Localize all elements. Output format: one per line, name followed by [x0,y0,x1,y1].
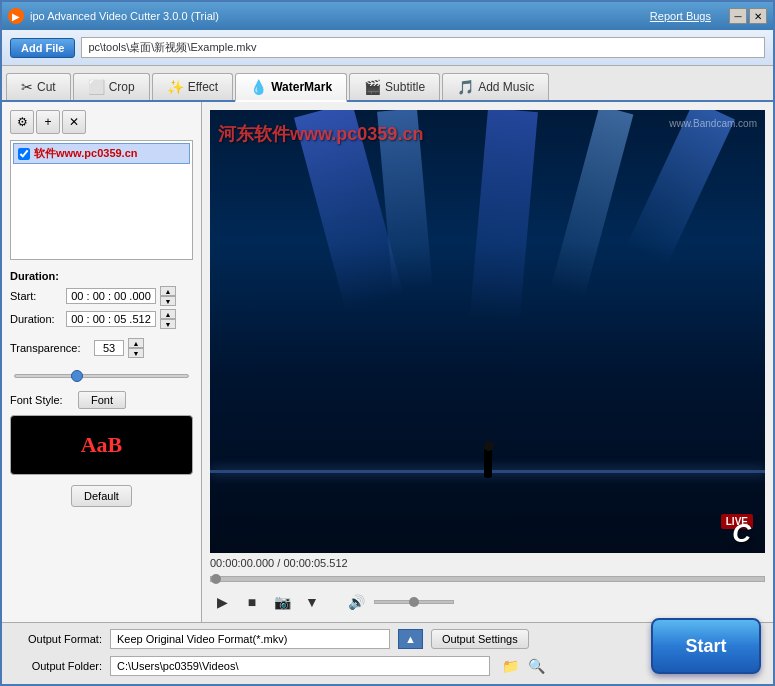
live-c-letter: C [732,518,751,549]
transparence-slider-container [10,367,193,381]
figure-head [484,441,494,451]
start-spin-down[interactable]: ▼ [160,296,176,306]
video-background [210,110,765,553]
output-format-dropdown-button[interactable]: ▲ [398,629,423,649]
title-controls: ─ ✕ [729,8,767,24]
output-format-label: Output Format: [12,633,102,645]
live-c-text: C [732,518,751,548]
output-settings-button[interactable]: Output Settings [431,629,529,649]
video-timeline: 00:00:00.000 / 00:00:05.512 [210,557,765,584]
video-watermark-text: 河东软件www.pc0359.cn [218,124,423,144]
search-folder-button[interactable]: 🔍 [524,654,548,678]
open-folder-button[interactable]: 📁 [498,654,522,678]
start-spin-up[interactable]: ▲ [160,286,176,296]
title-bar-left: ▶ ipo Advanced Video Cutter 3.0.0 (Trial… [8,8,219,24]
duration-field-label: Duration: [10,313,62,325]
minimize-button[interactable]: ─ [729,8,747,24]
left-panel: ⚙ + ✕ 软件www.pc0359.cn Duration: Start: ▲ [2,102,202,622]
start-button[interactable]: Start [651,618,761,674]
transparence-slider[interactable] [14,374,189,378]
beam-5 [627,110,735,265]
beam-3 [469,110,537,321]
output-folder-input[interactable] [110,656,490,676]
transparence-spin-down[interactable]: ▼ [128,348,144,358]
timeline-slider[interactable] [210,576,765,582]
font-preview-text: AaB [81,432,123,458]
subtitle-icon: 🎬 [364,79,381,95]
default-button[interactable]: Default [71,485,132,507]
video-panel: 河东软件www.pc0359.cn www.Bandcam.com LIVE C… [202,102,773,622]
tab-addmusic[interactable]: 🎵 Add Music [442,73,549,100]
bottom-section: Output Format: ▲ Output Settings Output … [2,622,773,684]
crop-icon: ⬜ [88,79,105,95]
watermark-remove-button[interactable]: ✕ [62,110,86,134]
font-style-label: Font Style: [10,394,70,406]
title-bar: ▶ ipo Advanced Video Cutter 3.0.0 (Trial… [2,2,773,30]
watermark-icon: 💧 [250,79,267,95]
output-format-input[interactable] [110,629,390,649]
close-button[interactable]: ✕ [749,8,767,24]
stop-button[interactable]: ■ [240,590,264,614]
app-title: ipo Advanced Video Cutter 3.0.0 (Trial) [30,10,219,22]
main-window: ▶ ipo Advanced Video Cutter 3.0.0 (Trial… [0,0,775,686]
tab-cut[interactable]: ✂ Cut [6,73,71,100]
font-preview: AaB [10,415,193,475]
tab-watermark[interactable]: 💧 WaterMark [235,73,347,102]
tab-subtitle-label: Subtitle [385,80,425,94]
add-file-bar: Add File pc\tools\桌面\新视频\Example.mkv [2,30,773,66]
tab-cut-label: Cut [37,80,56,94]
tab-effect-label: Effect [188,80,218,94]
report-bugs-link[interactable]: Report Bugs [650,10,711,22]
screenshot-dropdown-button[interactable]: ▼ [300,590,324,614]
transparence-input[interactable] [94,340,124,356]
duration-spin-up[interactable]: ▲ [160,309,176,319]
duration-time-input[interactable] [66,311,156,327]
transparence-spin-up[interactable]: ▲ [128,338,144,348]
play-button[interactable]: ▶ [210,590,234,614]
figure-body [484,448,492,478]
start-time-row: Start: ▲ ▼ [10,286,193,306]
tab-addmusic-label: Add Music [478,80,534,94]
timeline-display: 00:00:00.000 / 00:00:05.512 [210,557,765,569]
cut-icon: ✂ [21,79,33,95]
transparence-row: Transparence: ▲ ▼ [10,338,193,358]
watermark-list-item[interactable]: 软件www.pc0359.cn [13,143,190,164]
volume-slider[interactable] [374,600,454,604]
tab-crop[interactable]: ⬜ Crop [73,73,150,100]
watermark-list: 软件www.pc0359.cn [10,140,193,260]
start-spin-buttons: ▲ ▼ [160,286,176,306]
transparence-spin-buttons: ▲ ▼ [128,338,144,358]
font-style-row: Font Style: Font [10,391,193,409]
add-file-button[interactable]: Add File [10,38,75,58]
bandcam-text: www.Bandcam.com [669,118,757,129]
start-time-input[interactable] [66,288,156,304]
duration-section-label: Duration: [10,270,193,282]
video-controls: ▶ ■ 📷 ▼ 🔊 [210,590,765,614]
screenshot-button[interactable]: 📷 [270,590,294,614]
file-path-display: pc\tools\桌面\新视频\Example.mkv [81,37,765,58]
video-watermark-overlay: 河东软件www.pc0359.cn [218,122,423,146]
effect-icon: ✨ [167,79,184,95]
font-button[interactable]: Font [78,391,126,409]
app-icon: ▶ [8,8,24,24]
music-icon: 🎵 [457,79,474,95]
tab-subtitle[interactable]: 🎬 Subtitle [349,73,440,100]
beam-4 [550,110,633,298]
tab-watermark-label: WaterMark [271,80,332,94]
tab-effect[interactable]: ✨ Effect [152,73,233,100]
main-content: ⚙ + ✕ 软件www.pc0359.cn Duration: Start: ▲ [2,102,773,622]
bandcam-watermark: www.Bandcam.com [669,118,757,129]
watermark-item-checkbox[interactable] [18,148,30,160]
watermark-list-header: ⚙ + ✕ [10,110,193,134]
duration-time-row: Duration: ▲ ▼ [10,309,193,329]
duration-spin-down[interactable]: ▼ [160,319,176,329]
duration-spin-buttons: ▲ ▼ [160,309,176,329]
tab-crop-label: Crop [109,80,135,94]
start-label: Start: [10,290,62,302]
volume-button[interactable]: 🔊 [344,590,368,614]
watermark-item-text: 软件www.pc0359.cn [34,146,138,161]
video-preview: 河东软件www.pc0359.cn www.Bandcam.com LIVE C [210,110,765,553]
watermark-settings-button[interactable]: ⚙ [10,110,34,134]
transparence-label: Transparence: [10,342,90,354]
watermark-add-button[interactable]: + [36,110,60,134]
